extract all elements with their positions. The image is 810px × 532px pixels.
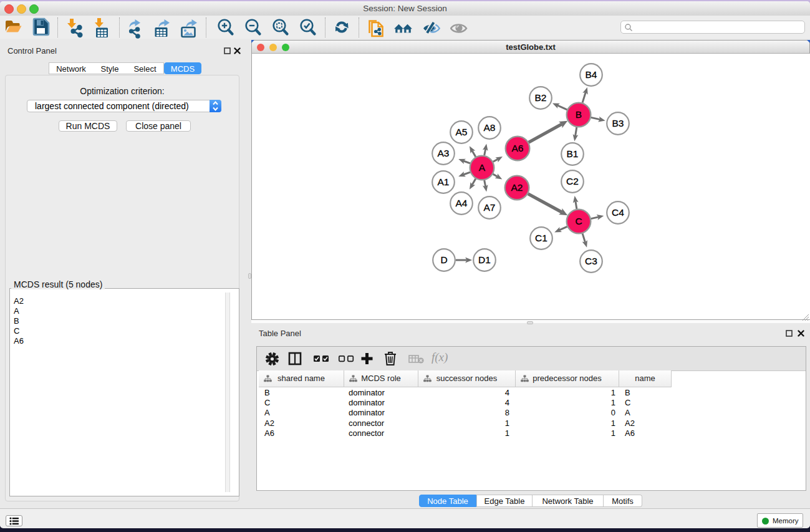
svg-text:B: B — [576, 109, 582, 120]
svg-text:B1: B1 — [567, 148, 579, 159]
svg-text:D1: D1 — [478, 254, 491, 265]
svg-text:C2: C2 — [566, 176, 579, 186]
svg-text:C1: C1 — [535, 233, 547, 243]
svg-text:C: C — [575, 216, 582, 226]
svg-text:A5: A5 — [456, 127, 468, 137]
svg-text:A6: A6 — [512, 143, 524, 153]
svg-text:B2: B2 — [535, 92, 547, 103]
svg-text:A7: A7 — [484, 202, 496, 213]
svg-text:B4: B4 — [586, 69, 597, 80]
svg-text:D: D — [440, 254, 447, 265]
svg-text:B3: B3 — [612, 118, 624, 128]
svg-text:A8: A8 — [484, 122, 496, 133]
svg-text:A: A — [479, 162, 486, 173]
svg-text:A3: A3 — [438, 148, 450, 158]
svg-text:A4: A4 — [456, 198, 468, 208]
svg-text:A2: A2 — [511, 182, 523, 193]
svg-text:C3: C3 — [585, 256, 597, 266]
svg-text:A1: A1 — [438, 177, 450, 187]
svg-text:C4: C4 — [612, 207, 624, 218]
